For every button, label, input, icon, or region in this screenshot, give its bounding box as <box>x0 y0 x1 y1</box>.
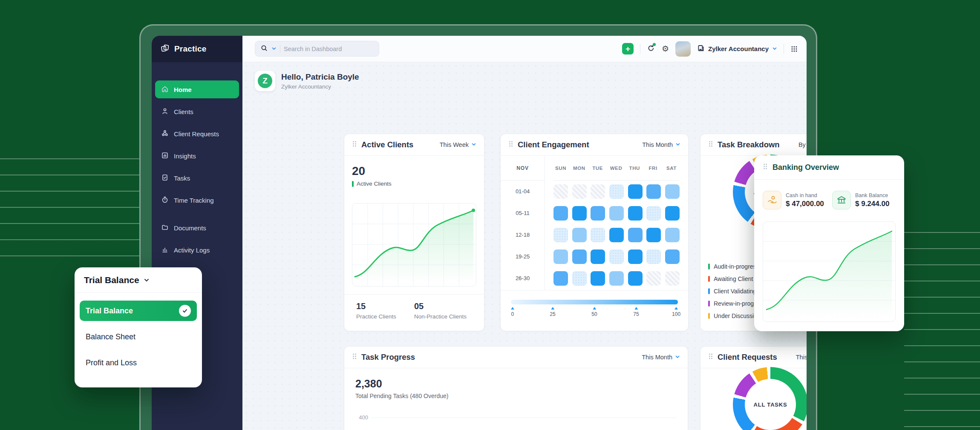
heatmap-row <box>553 224 680 246</box>
heatmap-cell[interactable] <box>665 228 680 242</box>
sidebar-item-home[interactable]: Home <box>155 80 239 98</box>
heatmap-cell[interactable] <box>572 249 587 264</box>
task-progress-card: Task Progress This Month 2,380 Total Pen… <box>344 346 688 430</box>
heatmap-cell[interactable] <box>609 206 624 221</box>
heatmap-cell[interactable] <box>553 206 568 221</box>
heatmap-cell[interactable] <box>665 271 680 286</box>
activity-logs-icon <box>161 246 169 255</box>
heatmap-cell[interactable] <box>553 184 568 199</box>
engagement-heatmap: NOV 01-0405-1112-1819-2526-30 SUNMONTUEW… <box>501 156 688 331</box>
heatmap-cell[interactable] <box>646 184 661 199</box>
drag-handle-icon[interactable] <box>763 163 768 172</box>
quick-add-button[interactable]: + <box>622 43 634 54</box>
heatmap-cell[interactable] <box>553 249 568 264</box>
client-engagement-filter-dropdown[interactable]: This Month <box>642 141 680 148</box>
sidebar-item-client-requests[interactable]: Client Requests <box>155 123 239 145</box>
sidebar-item-documents[interactable]: Documents <box>155 217 239 239</box>
sidebar-item-time-tracking[interactable]: Time Tracking <box>155 189 239 211</box>
drag-handle-icon[interactable] <box>352 353 357 361</box>
drag-handle-icon[interactable] <box>352 140 357 149</box>
active-clients-filter-dropdown[interactable]: This Week <box>440 141 476 148</box>
heatmap-cell[interactable] <box>628 228 643 242</box>
heatmap-cell[interactable] <box>628 206 643 221</box>
dropdown-option-label: Balance Sheet <box>86 333 135 341</box>
legend-color-bar <box>708 301 710 307</box>
search-divider <box>280 45 280 53</box>
heatmap-cell[interactable] <box>591 249 605 264</box>
legend-label: Under Discussion <box>714 312 761 319</box>
heatmap-cell[interactable] <box>609 271 624 286</box>
dropdown-header[interactable]: Trial Balance <box>75 267 202 293</box>
heatmap-row <box>553 267 680 289</box>
pending-tasks-label: Total Pending Tasks (480 Overdue) <box>355 393 677 399</box>
topbar-divider <box>640 44 640 54</box>
active-clients-header: Active Clients This Week <box>344 134 484 156</box>
heatmap-cell[interactable] <box>646 206 661 221</box>
heatmap-row <box>553 202 680 224</box>
greeting-subtitle: Zylker Accountancy <box>281 83 359 90</box>
heatmap-cell[interactable] <box>646 228 661 242</box>
client-requests-filter-dropdown[interactable]: This Week <box>796 354 807 361</box>
practice-logo-icon <box>160 43 170 55</box>
topbar-divider-2 <box>784 44 784 54</box>
heatmap-cell[interactable] <box>572 228 587 242</box>
heatmap-cell[interactable] <box>572 184 587 199</box>
heatmap-cell[interactable] <box>591 228 605 242</box>
heatmap-cell[interactable] <box>646 249 661 264</box>
drag-handle-icon[interactable] <box>708 140 713 149</box>
banking-title: Banking Overview <box>772 163 839 172</box>
user-avatar[interactable] <box>675 41 691 57</box>
non-practice-clients-label: Non-Practice Clients <box>414 313 467 320</box>
search-scope-chevron-icon[interactable] <box>271 45 277 53</box>
task-progress-header: Task Progress This Month <box>344 347 688 368</box>
client-engagement-header: Client Engagement This Month <box>501 134 688 156</box>
dropdown-chevron-icon <box>144 275 150 285</box>
heatmap-cell[interactable] <box>665 249 680 264</box>
org-name: Zylker Accountancy <box>708 45 769 52</box>
org-chevron-icon <box>772 45 777 52</box>
heatmap-cell[interactable] <box>628 249 643 264</box>
settings-gear-icon[interactable]: ⚙ <box>662 44 669 54</box>
heatmap-cell[interactable] <box>609 184 624 199</box>
heatmap-cell[interactable] <box>572 271 587 286</box>
heatmap-cell[interactable] <box>553 271 568 286</box>
sidebar-item-tasks[interactable]: Tasks <box>155 167 239 189</box>
sidebar-item-label: Clients <box>174 108 193 115</box>
sidebar-item-insights[interactable]: Insights <box>155 145 239 167</box>
drag-handle-icon[interactable] <box>708 353 713 361</box>
search-bar[interactable] <box>255 41 379 57</box>
heatmap-cell[interactable] <box>591 206 605 221</box>
app-window: Practice HomeClientsClient RequestsInsig… <box>152 36 807 430</box>
time-tracking-icon <box>161 196 169 205</box>
notifications-icon[interactable] <box>647 44 655 54</box>
dropdown-option-profit-and-loss[interactable]: Profit and Loss <box>80 353 197 373</box>
drag-handle-icon[interactable] <box>508 140 513 149</box>
heatmap-cell[interactable] <box>591 184 605 199</box>
sidebar-item-clients[interactable]: Clients <box>155 100 239 123</box>
heatmap-cell[interactable] <box>628 184 643 199</box>
heatmap-cell[interactable] <box>553 228 568 242</box>
dropdown-option-trial-balance[interactable]: Trial Balance <box>80 301 197 321</box>
heatmap-cell[interactable] <box>609 228 624 242</box>
task-breakdown-filter-dropdown[interactable]: By Status <box>798 141 807 148</box>
search-input[interactable] <box>284 46 365 52</box>
heatmap-cell[interactable] <box>609 249 624 264</box>
practice-clients-value: 15 <box>356 301 414 311</box>
heatmap-cell[interactable] <box>628 271 643 286</box>
org-switcher[interactable]: Zylker Accountancy <box>697 44 777 53</box>
bank-balance-label: Bank Balance <box>855 192 889 198</box>
heatmap-cell[interactable] <box>572 206 587 221</box>
heatmap-cell[interactable] <box>646 271 661 286</box>
task-progress-filter-dropdown[interactable]: This Month <box>642 354 680 361</box>
heatmap-day-header: SUN <box>553 166 568 171</box>
notification-dot <box>653 43 656 46</box>
heatmap-cell[interactable] <box>665 184 680 199</box>
gridline <box>372 418 677 418</box>
heatmap-cell[interactable] <box>591 271 605 286</box>
apps-grid-icon[interactable] <box>790 45 798 53</box>
nav-section-gap <box>152 211 242 217</box>
sidebar-item-activity-logs[interactable]: Activity Logs <box>155 239 239 261</box>
heatmap-cell[interactable] <box>665 206 680 221</box>
dropdown-option-balance-sheet[interactable]: Balance Sheet <box>80 327 197 347</box>
clients-icon <box>161 107 169 116</box>
